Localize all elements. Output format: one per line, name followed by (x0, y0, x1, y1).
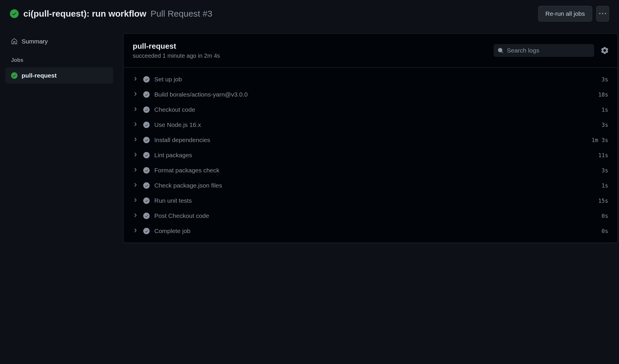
step-row[interactable]: Checkout code 1s (123, 102, 618, 117)
step-duration: 15s (598, 197, 608, 204)
step-duration: 11s (598, 152, 608, 158)
step-name: Checkout code (154, 106, 601, 113)
rerun-all-jobs-button[interactable]: Re-run all jobs (538, 6, 592, 22)
workflow-subtitle: Pull Request #3 (151, 9, 212, 18)
step-row[interactable]: Build borales/actions-yarn@v3.0.0 18s (123, 87, 618, 102)
sidebar-item-summary[interactable]: Summary (5, 33, 113, 50)
check-icon (143, 137, 150, 143)
step-duration: 1m 3s (592, 137, 608, 143)
step-duration: 1s (601, 182, 608, 189)
step-name: Set up job (154, 76, 601, 83)
kebab-icon (599, 10, 606, 17)
chevron-right-icon (134, 107, 139, 112)
log-settings-button[interactable] (601, 47, 608, 54)
search-logs-wrap[interactable] (494, 44, 594, 57)
step-duration: 3s (601, 76, 608, 83)
step-name: Post Checkout code (154, 212, 601, 219)
check-icon (143, 228, 150, 234)
check-icon (143, 182, 150, 189)
chevron-right-icon (134, 213, 139, 218)
check-icon (11, 72, 18, 79)
sidebar-summary-label: Summary (22, 38, 48, 45)
check-icon (143, 152, 150, 158)
search-logs-input[interactable] (507, 47, 590, 54)
step-name: Format packages check (154, 167, 601, 174)
gear-icon (601, 47, 608, 54)
step-name: Install dependencies (154, 136, 592, 144)
step-row[interactable]: Complete job 0s (123, 223, 618, 239)
check-icon (143, 197, 150, 204)
job-log-panel: pull-request succeeded 1 minute ago in 2… (123, 33, 618, 243)
chevron-right-icon (134, 77, 139, 82)
chevron-right-icon (134, 183, 139, 188)
step-name: Complete job (154, 228, 601, 235)
step-row[interactable]: Post Checkout code 0s (123, 208, 618, 223)
step-name: Use Node.js 16.x (154, 121, 601, 128)
check-icon (143, 167, 150, 174)
step-duration: 18s (598, 91, 608, 98)
run-status-icon (10, 9, 19, 18)
check-icon (143, 91, 150, 98)
more-options-button[interactable] (596, 6, 609, 22)
sidebar-jobs-heading: Jobs (5, 50, 113, 67)
step-row[interactable]: Use Node.js 16.x 3s (123, 117, 618, 132)
step-duration: 0s (601, 228, 608, 234)
step-row[interactable]: Run unit tests 15s (123, 193, 618, 208)
sidebar: Summary Jobs pull-request (5, 33, 113, 243)
chevron-right-icon (134, 153, 139, 158)
chevron-right-icon (134, 228, 139, 234)
step-row[interactable]: Lint packages 11s (123, 148, 618, 163)
chevron-right-icon (134, 137, 139, 143)
step-name: Run unit tests (154, 197, 598, 204)
step-duration: 3s (601, 122, 608, 128)
check-icon (143, 213, 150, 219)
chevron-right-icon (134, 122, 139, 127)
chevron-right-icon (134, 198, 139, 203)
step-row[interactable]: Install dependencies 1m 3s (123, 132, 618, 148)
step-row[interactable]: Check package.json files 1s (123, 178, 618, 193)
job-status-line: succeeded 1 minute ago in 2m 4s (133, 52, 494, 59)
step-duration: 3s (601, 167, 608, 174)
workflow-title: ci(pull-request): run workflow (23, 9, 146, 18)
sidebar-item-job[interactable]: pull-request (5, 67, 113, 84)
chevron-right-icon (134, 92, 139, 97)
chevron-right-icon (134, 168, 139, 173)
job-title: pull-request (133, 42, 494, 51)
page-title: ci(pull-request): run workflow Pull Requ… (23, 9, 212, 19)
check-icon (143, 122, 150, 128)
step-row[interactable]: Set up job 3s (123, 72, 618, 87)
step-row[interactable]: Format packages check 3s (123, 163, 618, 178)
step-name: Build borales/actions-yarn@v3.0.0 (154, 91, 598, 98)
step-name: Check package.json files (154, 182, 601, 189)
search-icon (498, 47, 503, 54)
sidebar-job-label: pull-request (22, 72, 57, 79)
step-duration: 0s (601, 213, 608, 219)
step-name: Lint packages (154, 152, 598, 159)
home-icon (11, 38, 18, 45)
check-icon (143, 76, 150, 83)
check-icon (143, 106, 150, 113)
step-duration: 1s (601, 106, 608, 113)
